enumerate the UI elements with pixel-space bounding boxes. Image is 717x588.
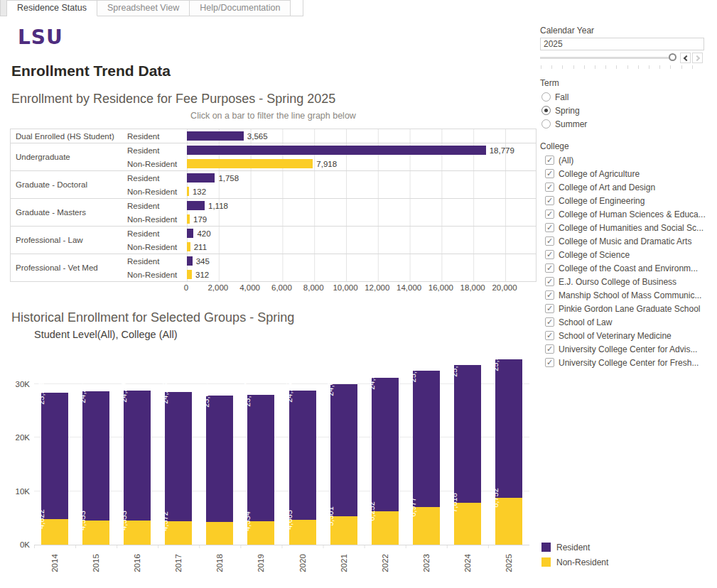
radio-icon (541, 92, 551, 102)
bar-professional-law-non-resident[interactable] (187, 242, 190, 251)
bar-graduate-masters-non-resident[interactable] (187, 214, 190, 224)
checkbox-college-of-engineering[interactable]: ✓College of Engineering (545, 194, 706, 207)
checkbox-university-college-center-for-fresh[interactable]: ✓University College Center for Fresh... (545, 356, 706, 369)
stack-2018-resident[interactable]: 23,664 (206, 396, 233, 522)
stack-2022-non-resident[interactable]: 6,252 (372, 511, 399, 545)
slider-knob-icon[interactable] (669, 53, 676, 61)
checkbox-label: College of Art and Design (559, 183, 655, 192)
bar-graduate-doctoral-non-resident[interactable] (187, 187, 189, 196)
tab-spreadsheet-view[interactable]: Spreadsheet View (97, 0, 190, 16)
checkbox-icon: ✓ (545, 196, 554, 205)
stack-value-label: 23,664 (202, 383, 210, 408)
bar-value-label: 1,118 (208, 202, 228, 210)
stack-value-label: 24,299 (119, 379, 128, 403)
radio-spring[interactable]: Spring (541, 104, 587, 117)
stack-2020-resident[interactable]: 24,156 (289, 391, 316, 520)
bar-professional-vet-med-non-resident[interactable] (187, 270, 192, 279)
checkbox-manship-school-of-mass-communic[interactable]: ✓Manship School of Mass Communic... (545, 288, 706, 302)
bar-column-2023: 25,5116,977 (406, 371, 447, 545)
stack-2023-non-resident[interactable]: 6,977 (413, 507, 440, 545)
checkbox-college-of-agriculture[interactable]: ✓College of Agriculture (545, 167, 706, 180)
checkbox-all[interactable]: ✓(All) (545, 153, 706, 167)
stack-2024-resident[interactable]: 25,753 (454, 365, 481, 503)
series-label: Resident (127, 257, 187, 266)
bar-row: Non-Resident179 (127, 212, 536, 226)
bar-professional-vet-med-resident[interactable] (187, 256, 193, 266)
stack-2020-non-resident[interactable]: 4,665 (289, 520, 316, 545)
stack-value-label: 5,301 (326, 506, 335, 526)
stack-2017-non-resident[interactable]: 4,372 (165, 521, 192, 545)
checkbox-school-of-veterinary-medicine[interactable]: ✓School of Veterinary Medicine (545, 329, 706, 342)
stack-2015-non-resident[interactable]: 4,553 (82, 521, 109, 545)
bar-column-2017: 24,2584,372 (158, 392, 199, 545)
stack-2019-non-resident[interactable]: 4,334 (247, 521, 274, 545)
slider-track[interactable] (540, 57, 672, 59)
bar-graduate-doctoral-resident[interactable] (187, 173, 215, 183)
checkbox-pinkie-gordon-lane-graduate-school[interactable]: ✓Pinkie Gordon Lane Graduate School (545, 302, 706, 315)
calendar-year-label: Calendar Year (540, 26, 594, 36)
tab-residence-status[interactable]: Residence Status (7, 0, 97, 16)
y-axis-tick: 10K (3, 487, 30, 496)
x-tick-2018: 2018 (199, 548, 240, 578)
stack-2021-non-resident[interactable]: 5,301 (330, 516, 357, 545)
bar-undergraduate-non-resident[interactable] (187, 159, 313, 168)
bar-undergraduate-resident[interactable] (187, 146, 486, 155)
radio-summer[interactable]: Summer (541, 117, 587, 131)
category-label: Graduate - Doctoral (11, 171, 127, 198)
calendar-year-input[interactable] (540, 38, 704, 50)
stack-2017-resident[interactable]: 24,258 (165, 392, 192, 522)
stack-2016-non-resident[interactable]: 4,553 (124, 521, 151, 545)
stack-2014-resident[interactable]: 23,576 (41, 393, 68, 518)
bar-track: 179 (187, 212, 536, 226)
previous-year-button[interactable] (680, 53, 691, 63)
stack-2022-resident[interactable]: 24,937 (372, 378, 399, 511)
x-tick-2025: 2025 (488, 548, 529, 578)
bar-dual-enrolled-hs-student-resident[interactable] (187, 131, 244, 141)
stack-2014-non-resident[interactable]: 4,822 (41, 519, 68, 545)
stack-value-label: 4,822 (37, 509, 45, 529)
x-axis-tick: 12,000 (365, 283, 389, 292)
checkbox-college-of-the-coast-and-environm[interactable]: ✓College of the Coast and Environm... (545, 261, 706, 275)
checkbox-icon: ✓ (545, 304, 554, 313)
next-year-button[interactable] (692, 53, 703, 63)
stack-2025-non-resident[interactable]: 8,752 (495, 498, 522, 545)
stack-2023-resident[interactable]: 25,511 (413, 371, 440, 507)
stack-value-label: 4,553 (78, 511, 87, 530)
stack-2021-resident[interactable]: 24,686 (330, 384, 357, 516)
checkbox-school-of-law[interactable]: ✓School of Law (545, 315, 706, 329)
stack-2025-resident[interactable]: 25,985 (495, 359, 522, 499)
checkbox-college-of-human-sciences-educa[interactable]: ✓College of Human Sciences & Educa... (545, 207, 706, 221)
stack-value-label: 23,717 (243, 383, 252, 407)
x-tick-2022: 2022 (365, 548, 406, 578)
residence-chart-caption: Click on a bar to filter the line graph … (10, 111, 537, 121)
radio-fall[interactable]: Fall (541, 90, 587, 104)
x-tick-2015: 2015 (75, 548, 117, 578)
stack-2019-resident[interactable]: 23,717 (247, 395, 274, 522)
bar-value-label: 1,758 (218, 174, 239, 183)
checkbox-college-of-music-and-dramatic-arts[interactable]: ✓College of Music and Dramatic Arts (545, 234, 706, 248)
legend-item-resident[interactable]: Resident (541, 540, 608, 555)
checkbox-e-j-ourso-college-of-business[interactable]: ✓E.J. Ourso College of Business (545, 275, 706, 288)
college-options: ✓(All)✓College of Agriculture✓College of… (545, 153, 706, 369)
stack-2018-non-resident[interactable] (206, 522, 233, 545)
checkbox-icon: ✓ (545, 290, 554, 300)
checkbox-college-of-science[interactable]: ✓College of Science (545, 248, 706, 261)
checkbox-college-of-art-and-design[interactable]: ✓College of Art and Design (545, 180, 706, 194)
stack-2015-resident[interactable]: 24,205 (82, 391, 109, 521)
bar-graduate-masters-resident[interactable] (187, 201, 205, 210)
year-label: 2025 (505, 554, 513, 572)
checkbox-icon: ✓ (545, 317, 554, 327)
history-chart-subtitle: Student Level(All), College (All) (34, 329, 177, 340)
checkbox-university-college-center-for-advis[interactable]: ✓University College Center for Advis... (545, 342, 706, 356)
stack-2016-resident[interactable]: 24,299 (124, 391, 151, 521)
checkbox-label: University College Center for Advis... (559, 344, 697, 354)
bar-professional-law-resident[interactable] (187, 229, 193, 238)
tab-help-documentation[interactable]: Help/Documentation (190, 0, 291, 16)
radio-label: Fall (555, 92, 568, 102)
stack-2024-non-resident[interactable]: 7,818 (454, 503, 481, 545)
legend-item-non-resident[interactable]: Non-Resident (541, 555, 608, 570)
checkbox-college-of-humanities-and-social-sc[interactable]: ✓College of Humanities and Social Sc... (545, 221, 706, 234)
year-label: 2019 (257, 554, 265, 572)
calendar-year-slider[interactable] (540, 53, 704, 63)
slider-tickmarks (541, 65, 703, 69)
